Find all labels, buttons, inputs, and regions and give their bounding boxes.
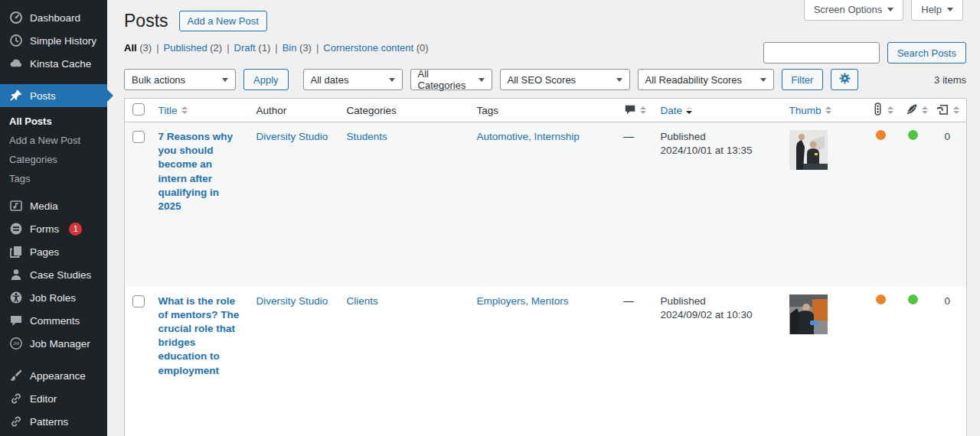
post-row: What is the role of mentors? The crucial…	[125, 287, 967, 436]
author-column-header: Author	[256, 105, 287, 116]
post-title-link[interactable]: What is the role of mentors? The crucial…	[158, 295, 240, 376]
sort-by-seo-score[interactable]	[872, 102, 893, 118]
view-cornerstone-link[interactable]: Cornerstone content	[323, 42, 413, 54]
thumb-column-header: Thumb	[789, 105, 822, 116]
view-draft-link[interactable]: Draft	[234, 42, 256, 54]
current-menu-arrow	[107, 89, 113, 102]
chevron-down-icon	[616, 78, 622, 82]
sort-by-title[interactable]: Title	[158, 105, 188, 116]
select-row-checkbox[interactable]	[132, 131, 145, 143]
search-posts-input[interactable]	[763, 42, 880, 63]
bulk-actions-value: Bulk actions	[132, 74, 185, 86]
help-button[interactable]: Help	[911, 0, 963, 21]
post-author-link[interactable]: Diversity Studio	[256, 131, 328, 142]
chevron-down-icon	[760, 78, 766, 82]
submenu-item-add-new-post[interactable]: Add a New Post	[0, 131, 107, 150]
sidebar-item-editor[interactable]: Editor	[0, 387, 107, 410]
posts-table: Title Author Categories Tags Date Thumb	[124, 98, 967, 436]
sidebar-item-label: Editor	[30, 393, 57, 405]
post-tag-link[interactable]: Employers	[477, 295, 526, 307]
sidebar-item-appearance[interactable]: Appearance	[0, 364, 107, 387]
select-all-checkbox[interactable]	[132, 103, 145, 116]
tag-separator: ,	[528, 131, 534, 142]
sidebar-item-pages[interactable]: Pages	[0, 240, 107, 263]
add-new-post-button[interactable]: Add a New Post	[179, 11, 267, 31]
view-published-link[interactable]: Published	[164, 42, 207, 54]
outgoing-links-count: 0	[944, 295, 950, 307]
sidebar-item-job-manager[interactable]: JM Job Manager	[0, 332, 107, 355]
search-posts-button[interactable]: Search Posts	[887, 42, 966, 63]
sort-arrows-icon	[953, 106, 959, 114]
seo-scores-filter-select[interactable]: All SEO Scores	[500, 69, 630, 90]
history-clock-icon	[8, 34, 23, 48]
post-tag-link[interactable]: Mentors	[531, 295, 569, 307]
link-icon	[8, 415, 23, 429]
post-author-link[interactable]: Diversity Studio	[256, 295, 328, 307]
view-separator: |	[275, 42, 277, 54]
view-all-link[interactable]: All	[124, 42, 137, 54]
date-column-header: Date	[661, 105, 683, 116]
gear-icon	[838, 72, 851, 87]
post-category-link[interactable]: Students	[347, 131, 387, 142]
readability-scores-filter-select[interactable]: All Readability Scores	[638, 69, 774, 90]
sort-by-date[interactable]: Date	[661, 105, 693, 116]
view-count: (3)	[299, 42, 312, 54]
seo-score-dot	[876, 294, 886, 304]
comments-count: —	[624, 295, 635, 307]
screen-options-button[interactable]: Screen Options	[804, 0, 904, 21]
sidebar-item-media[interactable]: Media	[0, 194, 107, 217]
select-row-checkbox[interactable]	[132, 295, 145, 307]
readability-score-dot	[908, 130, 918, 140]
settings-gear-button[interactable]	[831, 69, 858, 90]
seo-scores-filter-value: All SEO Scores	[508, 74, 577, 86]
sidebar-item-dashboard[interactable]: Dashboard	[0, 6, 107, 29]
dates-filter-select[interactable]: All dates	[303, 69, 403, 90]
comment-bubble-icon	[8, 314, 23, 328]
view-separator: |	[156, 42, 158, 54]
categories-filter-select[interactable]: All Categories	[410, 69, 492, 90]
post-tag-link[interactable]: Automotive	[477, 131, 529, 142]
sort-by-comments[interactable]	[624, 103, 646, 118]
sidebar-item-patterns[interactable]: Patterns	[0, 410, 107, 433]
notification-badge: 1	[69, 223, 82, 236]
universal-access-icon	[8, 291, 23, 305]
sidebar-item-label: Media	[30, 200, 58, 212]
readability-score-dot	[908, 294, 918, 304]
svg-text:JM: JM	[13, 341, 19, 346]
apply-button[interactable]: Apply	[243, 69, 289, 90]
post-title-link[interactable]: 7 Reasons why you should become an inter…	[158, 131, 234, 212]
sidebar-item-comments[interactable]: Comments	[0, 309, 107, 332]
seo-score-dot	[876, 130, 886, 140]
screen-options-label: Screen Options	[814, 4, 883, 15]
post-category-link[interactable]: Clients	[347, 295, 378, 307]
sidebar-item-case-studies[interactable]: Case Studies	[0, 263, 107, 286]
view-separator: |	[227, 42, 229, 54]
sidebar-item-kinsta-cache[interactable]: Kinsta Cache	[0, 52, 107, 75]
sort-by-readability-score[interactable]	[906, 103, 928, 118]
sort-arrows-icon	[640, 106, 646, 114]
post-tag-link[interactable]: Internship	[534, 131, 580, 142]
chevron-down-icon	[887, 8, 893, 11]
sidebar-item-label: Forms	[30, 223, 59, 235]
sort-by-outgoing-links[interactable]	[936, 102, 959, 118]
bulk-actions-select[interactable]: Bulk actions	[124, 69, 236, 90]
sidebar-item-label: Appearance	[30, 370, 86, 382]
post-thumbnail	[789, 294, 857, 334]
view-bin-link[interactable]: Bin	[283, 42, 297, 54]
view-count: (0)	[416, 42, 429, 54]
sidebar-item-simple-history[interactable]: Simple History	[0, 29, 107, 52]
filter-button[interactable]: Filter	[782, 69, 824, 90]
page-title: Posts	[124, 10, 168, 32]
sidebar-item-forms[interactable]: Forms 1	[0, 217, 107, 240]
sidebar-item-posts[interactable]: Posts	[0, 84, 107, 107]
items-count: 3 items	[934, 74, 966, 86]
sidebar-item-label: Comments	[30, 315, 80, 327]
sort-by-thumb[interactable]: Thumb	[789, 105, 831, 116]
submenu-item-all-posts[interactable]: All Posts	[0, 112, 107, 131]
sidebar-item-job-roles[interactable]: Job Roles	[0, 286, 107, 309]
submenu-item-categories[interactable]: Categories	[0, 150, 107, 169]
tags-column-header: Tags	[477, 105, 499, 116]
submenu-item-tags[interactable]: Tags	[0, 169, 107, 188]
sort-arrows-icon	[686, 106, 692, 114]
dashboard-icon	[8, 11, 23, 25]
